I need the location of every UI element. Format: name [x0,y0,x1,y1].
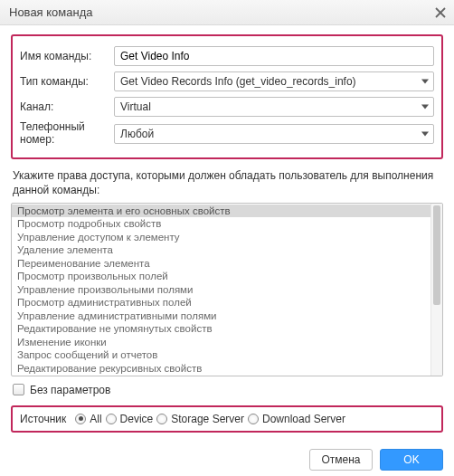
list-item[interactable]: Редактирование не упомянутых свойств [12,322,430,336]
close-icon[interactable] [434,6,447,19]
command-form-box: Имя команды: Тип команды: Get Video Reco… [11,34,443,159]
chevron-down-icon [421,80,429,84]
radio-label: Storage Server [171,413,244,425]
phone-label: Телефонный номер: [20,121,114,147]
channel-label: Канал: [20,100,114,113]
scrollbar-thumb[interactable] [433,205,440,305]
list-item[interactable]: Управление доступом к элементу [12,231,430,244]
channel-select-value: Virtual [120,100,151,113]
radio-icon [248,414,259,424]
list-item[interactable]: Управление административными полями [12,309,430,323]
no-params-label: Без параметров [30,384,110,396]
radio-icon [75,414,86,424]
chevron-down-icon [421,105,429,109]
channel-select[interactable]: Virtual [114,97,434,117]
list-item[interactable]: Просмотр подробных свойств [12,217,430,231]
dialog-title: Новая команда [9,5,93,19]
list-item[interactable]: Просмотр элемента и его основных свойств [12,205,430,218]
type-select-value: Get Video Records Info (get_video_record… [120,75,356,88]
cancel-button[interactable]: Отмена [309,449,373,471]
phone-select[interactable]: Любой [114,124,434,144]
radio-label: Device [120,413,154,425]
list-item[interactable]: Удаление элемента [12,243,430,257]
scrollbar[interactable] [430,204,442,376]
ok-button[interactable]: OK [380,449,443,471]
list-item[interactable]: Управление журналом [12,375,430,376]
type-select[interactable]: Get Video Records Info (get_video_record… [114,71,434,91]
source-radio-group: AllDeviceStorage ServerDownload Server [75,413,345,425]
dialog-titlebar: Новая команда [0,0,454,25]
list-item[interactable]: Редактирование рекурсивных свойств [12,362,430,376]
type-label: Тип команды: [20,75,114,88]
source-radio-option[interactable]: Storage Server [156,413,244,425]
source-box: Источник AllDeviceStorage ServerDownload… [11,405,443,433]
radio-label: Download Server [262,413,345,425]
list-item[interactable]: Управление произвольными полями [12,283,430,297]
list-item[interactable]: Изменение иконки [12,336,430,349]
radio-icon [156,414,167,424]
no-params-checkbox[interactable] [13,384,24,395]
list-item[interactable]: Просмотр произвольных полей [12,270,430,283]
name-input[interactable] [114,46,434,66]
source-radio-option[interactable]: Device [106,413,154,425]
source-radio-option[interactable]: Download Server [248,413,345,425]
permissions-listbox-wrap: Просмотр элемента и его основных свойств… [11,203,443,376]
name-label: Имя команды: [20,50,114,62]
list-item[interactable]: Переименование элемента [12,257,430,271]
radio-label: All [90,413,101,425]
list-item[interactable]: Запрос сообщений и отчетов [12,348,430,362]
chevron-down-icon [421,131,429,136]
permissions-help: Укажите права доступа, которыми должен о… [13,168,441,197]
source-radio-option[interactable]: All [75,413,101,425]
source-label: Источник [20,413,66,425]
list-item[interactable]: Просмотр административных полей [12,296,430,309]
dialog-footer: Отмена OK [0,440,454,476]
permissions-listbox[interactable]: Просмотр элемента и его основных свойств… [12,204,430,376]
radio-icon [106,414,117,424]
phone-select-value: Любой [120,128,154,140]
